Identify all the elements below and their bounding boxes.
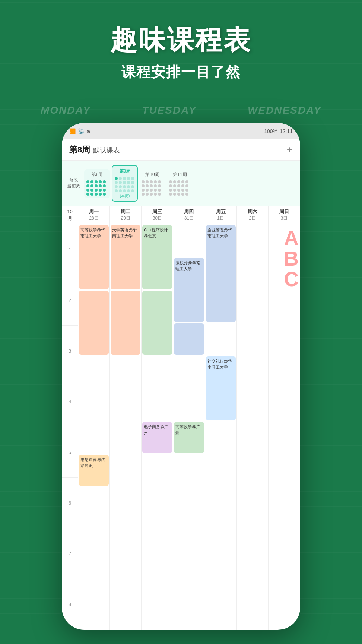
week-selector-label: 修改 当前周: [65, 177, 83, 189]
day-col-tue: 大学英语@华南理工大学: [110, 224, 142, 630]
course-block[interactable]: 社交礼仪@华南理工大学: [206, 356, 236, 420]
course-block[interactable]: [111, 291, 140, 355]
current-week-label: 第8周: [69, 144, 90, 155]
week-9-selector[interactable]: 第9周 (本周): [112, 165, 138, 202]
bg-tuesday-label: TUESDAY: [142, 104, 196, 116]
header-left: 第8周 默认课表: [69, 144, 120, 155]
app-header-section: 趣味课程表 课程安排一目了然: [0, 22, 362, 82]
period-3: 3: [62, 326, 78, 376]
status-left: 📶 📡 ⊕: [69, 128, 91, 134]
week-10-selector[interactable]: 第10周: [139, 169, 165, 198]
signal-icon: 📶: [69, 128, 76, 134]
day-header-sat: 周六 2日: [237, 206, 269, 224]
status-right: 100% 12:11: [264, 128, 293, 134]
add-button[interactable]: +: [287, 144, 293, 156]
day-col-wed: C++程序设计@北京电子商务@广州: [142, 224, 173, 630]
period-4: 4: [62, 376, 78, 427]
period-2: 2: [62, 275, 78, 326]
wifi-icon: 📡: [78, 128, 84, 134]
day-col-fri: 企业管理@华南理工大学社交礼仪@华南理工大学: [205, 224, 237, 630]
bg-wednesday-label: WEDNESDAY: [248, 104, 321, 116]
course-block[interactable]: [174, 323, 204, 355]
day-header-tue: 周二 29日: [110, 206, 142, 224]
day-col-sun: [269, 224, 300, 630]
phone-mockup: 📶 📡 ⊕ 100% 12:11 第8周 默认课表 + 修改 当前周 第8周: [62, 123, 300, 630]
day-header-wed: 周三 30日: [142, 206, 173, 224]
course-block[interactable]: 企业管理@华南理工大学: [206, 225, 236, 322]
period-numbers: 1 2 3 4 5 6 7 8: [62, 224, 78, 630]
period-6: 6: [62, 478, 78, 528]
course-block[interactable]: C++程序设计@北京: [142, 225, 172, 289]
day-header-row: 10 月 周一 28日 周二 29日 周三 30日 周四 31日 周五 1日 周…: [62, 206, 300, 224]
week-11-selector[interactable]: 第11周: [167, 169, 193, 198]
course-grid: 1 2 3 4 5 6 7 8 高等数学@华南理工大学思想道德与法治知识 大学英…: [62, 224, 300, 630]
day-header-thu: 周四 31日: [173, 206, 205, 224]
course-block[interactable]: [142, 291, 172, 355]
schedule-header: 第8周 默认课表 +: [62, 139, 300, 161]
bg-monday-label: MONDAY: [41, 104, 90, 116]
time-text: 12:11: [280, 128, 293, 134]
day-header-mon: 周一 28日: [78, 206, 110, 224]
period-1: 1: [62, 224, 78, 275]
day-col-thu: 微积分@华南理工大学高等数学@广州: [173, 224, 205, 630]
main-subtitle: 课程安排一目了然: [0, 63, 362, 82]
period-8: 8: [62, 579, 78, 630]
course-block[interactable]: [79, 291, 109, 355]
period-5: 5: [62, 427, 78, 478]
day-col-mon: 高等数学@华南理工大学思想道德与法治知识: [78, 224, 110, 630]
month-cell: 10 月: [62, 206, 78, 224]
week-selector: 修改 当前周 第8周 第9周 (本周) 第10周: [62, 161, 300, 206]
extra-icon: ⊕: [86, 128, 91, 134]
course-block[interactable]: 微积分@华南理工大学: [174, 258, 204, 322]
course-block[interactable]: 高等数学@华南理工大学: [79, 225, 109, 289]
schedule-name: 默认课表: [93, 146, 120, 155]
day-col-sat: [237, 224, 269, 630]
day-header-fri: 周五 1日: [205, 206, 237, 224]
status-bar: 📶 📡 ⊕ 100% 12:11: [62, 123, 300, 139]
week-8-selector[interactable]: 第8周: [84, 169, 110, 198]
course-block[interactable]: 思想道德与法治知识: [79, 455, 109, 486]
main-title: 趣味课程表: [0, 22, 362, 58]
background-day-labels: MONDAY TUESDAY WEDNESDAY: [0, 104, 362, 116]
day-header-sun: 周日 3日: [269, 206, 300, 224]
course-block[interactable]: 高等数学@广州: [174, 422, 204, 453]
course-grid-wrapper: ABC CH 1 2 3 4 5 6 7 8 高等数学@华南理工大学思想道德与法…: [62, 224, 300, 630]
course-block[interactable]: 大学英语@华南理工大学: [111, 225, 140, 289]
period-7: 7: [62, 528, 78, 579]
course-block[interactable]: 电子商务@广州: [142, 422, 172, 453]
battery-text: 100%: [264, 128, 277, 134]
